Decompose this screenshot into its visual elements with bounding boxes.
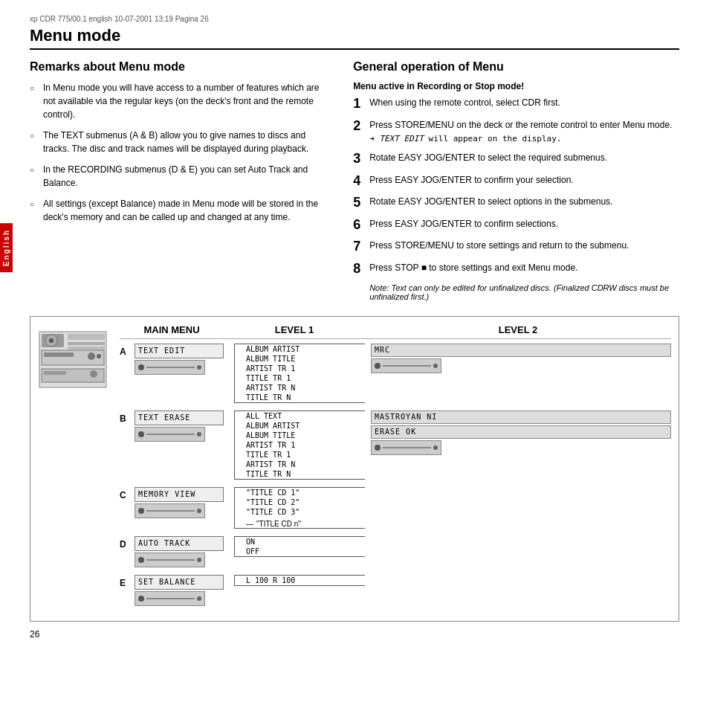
col-main-header: MAIN MENU: [120, 324, 224, 335]
row-c-main-box: MEMORY VIEW: [135, 487, 224, 502]
diagram-row-e: E SET BALANCE L 100 R 100: [120, 575, 671, 606]
row-a-l1-4: TITLE TR 1: [242, 373, 365, 383]
row-b-main-box: TEXT ERASE: [135, 410, 224, 425]
step-4: 4 Press EASY JOG/ENTER to confirm your s…: [353, 173, 679, 190]
step-6: 6 Press EASY JOG/ENTER to confirm select…: [353, 217, 679, 233]
row-b-level1: ALL TEXT ALBUM ARTIST ALBUM TITLE ARTIST…: [231, 410, 365, 480]
step-text-8: Press STOP ■ to store settings and exit …: [369, 261, 679, 274]
svg-rect-12: [44, 371, 66, 375]
bullet-text-2: The TEXT submenus (A & B) allow you to g…: [43, 129, 331, 155]
row-a-l2-device: [371, 358, 441, 373]
right-section-title: General operation of Menu: [353, 60, 679, 74]
row-a-l1-6: TITLE TR N: [242, 393, 365, 402]
diagram-row-a: A TEXT EDIT ALBUM ARTIST ALBUM TITLE ART…: [120, 344, 671, 403]
row-c-device-small: [135, 503, 205, 518]
row-e-label: E: [120, 575, 135, 588]
menu-active-label: Menu active in Recording or Stop mode!: [353, 81, 679, 91]
step-7: 7 Press STORE/MENU to store settings and…: [353, 239, 679, 255]
row-e-level1: L 100 R 100: [231, 575, 365, 586]
bullet-item-4: ○ All settings (except Balance) made in …: [30, 197, 331, 224]
svg-point-9: [88, 352, 95, 360]
step-num-4: 4: [353, 173, 365, 190]
col-level1-header: LEVEL 1: [224, 324, 365, 335]
row-b-l1-4: ARTIST TR 1: [242, 440, 365, 450]
page-number: 26: [30, 629, 679, 640]
row-d-l1-2: OFF: [242, 547, 365, 556]
bullet-item-1: ○ In Menu mode you will have access to a…: [30, 81, 331, 121]
row-b-level2: MASTROYAN NI ERASE OK: [371, 410, 671, 455]
row-a-level2: MRC: [371, 344, 671, 373]
row-d-main-box: AUTO TRACK: [135, 536, 224, 551]
row-b-l2-screen2: ERASE OK: [371, 425, 671, 439]
row-a-l1-1: ALBUM ARTIST: [242, 344, 365, 354]
row-a-device-small: [135, 360, 205, 375]
bullet-icon-3: ○: [30, 164, 37, 175]
sidebar-label: English: [2, 229, 10, 266]
step-3: 3 Rotate EASY JOG/ENTER to select the re…: [353, 151, 679, 167]
row-b-l2-device: [371, 440, 441, 455]
row-b-l1-6: ARTIST TR N: [242, 460, 365, 469]
step-2: 2 Press STORE/MENU on the deck or the re…: [353, 118, 679, 146]
step-text-2: Press STORE/MENU on the deck or the remo…: [369, 118, 679, 146]
row-b-l2-screen1: MASTROYAN NI: [371, 410, 671, 424]
step-text-6: Press EASY JOG/ENTER to confirm selectio…: [369, 217, 679, 231]
step-text-1: When using the remote control, select CD…: [369, 96, 679, 109]
row-b-l1-5: TITLE TR 1: [242, 450, 365, 460]
step-num-2: 2: [353, 118, 365, 135]
row-c-l1-1: "TITLE CD 1": [242, 488, 365, 497]
row-b-main: TEXT ERASE: [135, 410, 224, 442]
bullet-list: ○ In Menu mode you will have access to a…: [30, 81, 331, 224]
svg-rect-8: [44, 352, 74, 357]
content-columns: Remarks about Menu mode ○ In Menu mode y…: [30, 60, 679, 301]
device-image-top: [38, 324, 112, 399]
row-d-level1: ON OFF: [231, 536, 365, 557]
step-num-5: 5: [353, 195, 365, 211]
step-num-3: 3: [353, 151, 365, 167]
row-b-l1-7: TITLE TR N: [242, 469, 365, 479]
row-a-l2-screen: MRC: [371, 344, 671, 357]
step-num-8: 8: [353, 261, 365, 277]
row-a-main: TEXT EDIT: [135, 344, 224, 375]
svg-rect-4: [68, 334, 105, 340]
step-num-6: 6: [353, 217, 365, 233]
step-text-5: Rotate EASY JOG/ENTER to select options …: [369, 195, 679, 208]
bullet-icon-2: ○: [30, 130, 37, 141]
step-text-7: Press STORE/MENU to store settings and r…: [369, 239, 679, 252]
bullet-icon-1: ○: [30, 83, 37, 94]
col-level2-header: LEVEL 2: [365, 324, 671, 335]
svg-rect-5: [68, 342, 105, 345]
row-e-l1-1: L 100 R 100: [242, 576, 365, 585]
row-e-main: SET BALANCE: [135, 575, 224, 606]
row-c-l1-4: —"TITLE CD n": [242, 517, 365, 528]
diagram-row-c: C MEMORY VIEW "TITLE CD 1" "TITLE CD 2" …: [120, 487, 671, 529]
svg-point-13: [90, 370, 97, 378]
row-b-label: B: [120, 410, 135, 424]
english-sidebar: English: [0, 223, 13, 272]
row-d-main: AUTO TRACK: [135, 536, 224, 567]
bullet-item-2: ○ The TEXT submenus (A & B) allow you to…: [30, 129, 331, 155]
step-5: 5 Rotate EASY JOG/ENTER to select option…: [353, 195, 679, 211]
page-title: Menu mode: [30, 26, 679, 50]
row-d-device-small: [135, 553, 205, 567]
step-2-arrow: ➜ TEXT EDIT will appear on the display.: [369, 134, 561, 144]
row-a-label: A: [120, 344, 135, 357]
row-c-l1-3: "TITLE CD 3": [242, 507, 365, 517]
row-c-l1-2: "TITLE CD 2": [242, 497, 365, 507]
svg-point-10: [97, 354, 101, 358]
steps-list: 1 When using the remote control, select …: [353, 96, 679, 277]
row-b-device-small: [135, 427, 205, 442]
row-e-main-box: SET BALANCE: [135, 575, 224, 590]
row-c-level1: "TITLE CD 1" "TITLE CD 2" "TITLE CD 3" —…: [231, 487, 365, 529]
header-text: xp CDR 775/00.1 english 10-07-2001 13:19…: [30, 15, 209, 23]
row-a-l1-5: ARTIST TR N: [242, 383, 365, 393]
row-e-device-small: [135, 591, 205, 606]
page-header: xp CDR 775/00.1 english 10-07-2001 13:19…: [30, 15, 679, 23]
row-c-main: MEMORY VIEW: [135, 487, 224, 518]
diagram-row-b: B TEXT ERASE ALL TEXT ALBUM ARTIST ALBUM…: [120, 410, 671, 480]
diagram-row-d: D AUTO TRACK ON OFF: [120, 536, 671, 567]
step-2-text: Press STORE/MENU on the deck or the remo…: [369, 120, 672, 130]
step-text-3: Rotate EASY JOG/ENTER to select the requ…: [369, 151, 679, 164]
diagram-section: MAIN MENU LEVEL 1 LEVEL 2 A TEXT EDIT AL…: [30, 316, 679, 622]
step-1: 1 When using the remote control, select …: [353, 96, 679, 112]
step-8: 8 Press STOP ■ to store settings and exi…: [353, 261, 679, 277]
